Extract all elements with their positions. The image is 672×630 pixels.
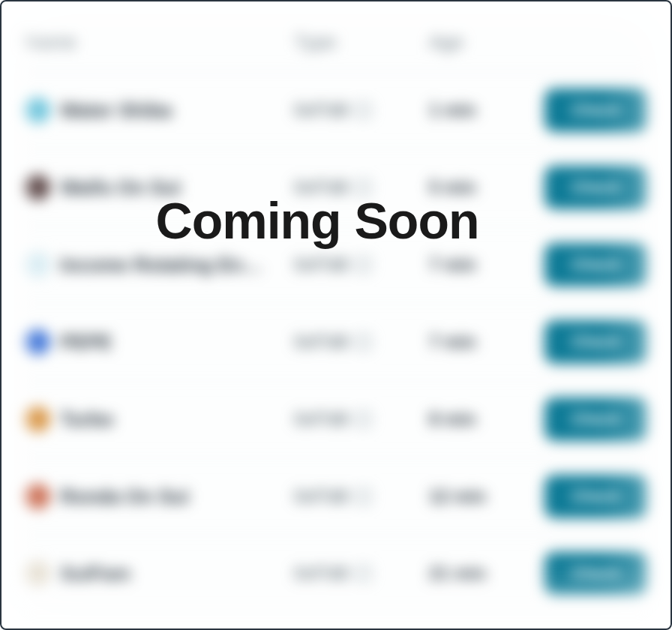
age-cell: 21 min bbox=[429, 563, 519, 584]
copy-icon[interactable] bbox=[356, 103, 370, 118]
table-row: Turbo0xf7d88 minCheck bbox=[24, 381, 648, 458]
token-name: SuiFam bbox=[60, 562, 130, 586]
type-cell: 0xf7d8 bbox=[294, 332, 429, 352]
type-text: 0xf7d8 bbox=[294, 486, 348, 507]
age-cell: 8 min bbox=[429, 409, 519, 430]
name-cell: PEPE bbox=[24, 329, 294, 355]
age-cell: 12 min bbox=[429, 486, 519, 507]
name-cell: Water Shiba bbox=[24, 98, 294, 123]
age-cell: 5 min bbox=[429, 177, 519, 198]
copy-icon[interactable] bbox=[356, 412, 370, 427]
age-cell: 1 min bbox=[429, 100, 519, 121]
token-icon bbox=[24, 484, 50, 509]
check-button[interactable]: Check bbox=[544, 243, 648, 286]
header-type: Type bbox=[294, 30, 429, 53]
table-header: Name Type Age bbox=[24, 16, 648, 72]
type-cell: 0xf7d8 bbox=[294, 486, 429, 507]
age-cell: 7 min bbox=[429, 332, 519, 352]
token-icon bbox=[24, 561, 50, 586]
action-cell: Check bbox=[519, 88, 648, 132]
check-button[interactable]: Check bbox=[544, 166, 648, 209]
token-icon bbox=[24, 98, 50, 123]
token-icon bbox=[24, 406, 50, 432]
check-button[interactable]: Check bbox=[544, 552, 648, 596]
name-cell: Waifu On Sui bbox=[24, 175, 294, 200]
check-button[interactable]: Check bbox=[544, 398, 648, 441]
type-text: 0xf7d8 bbox=[294, 332, 348, 352]
type-text: 0xf7d8 bbox=[294, 409, 348, 430]
table-body: Water Shiba0xf7d81 minCheckWaifu On Sui0… bbox=[24, 72, 648, 613]
type-cell: 0xf7d8 bbox=[294, 563, 429, 584]
token-name: Turbo bbox=[60, 408, 114, 431]
action-cell: Check bbox=[519, 243, 648, 286]
name-cell: Income Rotating En… bbox=[24, 252, 294, 278]
copy-icon[interactable] bbox=[356, 257, 370, 272]
table-row: SuiFam0xf7d821 minCheck bbox=[24, 536, 648, 613]
table-row: PEPE0xf7d87 minCheck bbox=[24, 304, 648, 381]
check-button[interactable]: Check bbox=[544, 320, 648, 364]
token-icon bbox=[24, 329, 50, 355]
name-cell: Ronda On Sui bbox=[24, 484, 294, 509]
copy-icon[interactable] bbox=[356, 180, 370, 195]
check-button[interactable]: Check bbox=[544, 475, 648, 518]
header-name: Name bbox=[24, 30, 294, 53]
action-cell: Check bbox=[519, 552, 648, 596]
token-name: Ronda On Sui bbox=[60, 485, 189, 508]
type-cell: 0xf7d8 bbox=[294, 409, 429, 430]
type-cell: 0xf7d8 bbox=[294, 100, 429, 121]
age-cell: 7 min bbox=[429, 254, 519, 275]
table-row: Waifu On Sui0xf7d85 minCheck bbox=[24, 149, 648, 226]
type-cell: 0xf7d8 bbox=[294, 254, 429, 275]
token-icon bbox=[24, 175, 50, 200]
header-age: Age bbox=[429, 30, 519, 53]
type-text: 0xf7d8 bbox=[294, 563, 348, 584]
table-row: Water Shiba0xf7d81 minCheck bbox=[24, 72, 648, 149]
type-cell: 0xf7d8 bbox=[294, 177, 429, 198]
copy-icon[interactable] bbox=[356, 489, 370, 504]
copy-icon[interactable] bbox=[356, 566, 370, 581]
action-cell: Check bbox=[519, 475, 648, 518]
name-cell: Turbo bbox=[24, 406, 294, 432]
table-row: Ronda On Sui0xf7d812 minCheck bbox=[24, 458, 648, 536]
blurred-panel: Name Type Age Water Shiba0xf7d81 minChec… bbox=[2, 2, 670, 628]
main-container: Name Type Age Water Shiba0xf7d81 minChec… bbox=[0, 0, 672, 630]
action-cell: Check bbox=[519, 398, 648, 441]
copy-icon[interactable] bbox=[356, 334, 370, 350]
action-cell: Check bbox=[519, 166, 648, 209]
type-text: 0xf7d8 bbox=[294, 177, 348, 198]
token-name: Waifu On Sui bbox=[60, 176, 181, 200]
token-name: Income Rotating En… bbox=[60, 254, 262, 277]
action-cell: Check bbox=[519, 320, 648, 364]
token-name: PEPE bbox=[60, 331, 112, 354]
table-row: Income Rotating En…0xf7d87 minCheck bbox=[24, 226, 648, 304]
token-icon bbox=[24, 252, 50, 278]
type-text: 0xf7d8 bbox=[294, 254, 348, 275]
type-text: 0xf7d8 bbox=[294, 100, 348, 121]
check-button[interactable]: Check bbox=[544, 88, 648, 132]
name-cell: SuiFam bbox=[24, 561, 294, 586]
token-name: Water Shiba bbox=[60, 99, 172, 122]
